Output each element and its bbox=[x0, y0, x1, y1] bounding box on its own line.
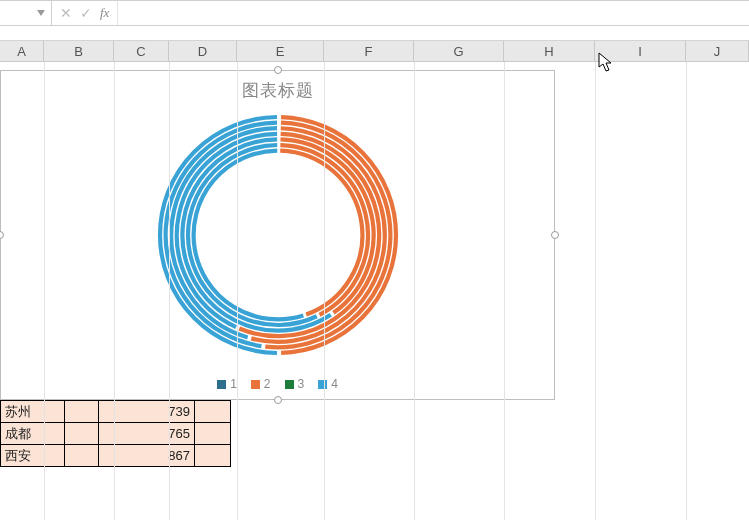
table-row[interactable]: 西安867 bbox=[1, 445, 231, 467]
gridline bbox=[44, 62, 45, 520]
resize-handle-n[interactable] bbox=[274, 66, 282, 74]
legend-item[interactable]: 4 bbox=[318, 377, 338, 391]
cell-value[interactable]: 765 bbox=[99, 423, 195, 445]
formula-bar: ✕ ✓ fx bbox=[0, 0, 749, 26]
cell-city[interactable]: 成都 bbox=[1, 423, 65, 445]
legend-swatch bbox=[251, 380, 260, 389]
cell-empty[interactable] bbox=[195, 445, 231, 467]
gridline bbox=[169, 62, 170, 520]
column-header-H[interactable]: H bbox=[504, 41, 595, 61]
gridline bbox=[595, 62, 596, 520]
legend-swatch bbox=[285, 380, 294, 389]
cell-empty[interactable] bbox=[195, 423, 231, 445]
chart-title[interactable]: 图表标题 bbox=[1, 71, 554, 102]
gridline bbox=[324, 62, 325, 520]
cell-value[interactable]: 739 bbox=[99, 401, 195, 423]
formula-input[interactable] bbox=[118, 1, 749, 25]
name-box[interactable] bbox=[0, 1, 52, 25]
cell-city[interactable]: 苏州 bbox=[1, 401, 65, 423]
gridline bbox=[504, 62, 505, 520]
column-header-D[interactable]: D bbox=[169, 41, 237, 61]
dropdown-icon[interactable] bbox=[35, 7, 47, 19]
legend-item[interactable]: 2 bbox=[251, 377, 271, 391]
data-table[interactable]: 苏州739成都765西安867 bbox=[0, 400, 231, 467]
cell-empty[interactable] bbox=[65, 401, 99, 423]
cell-empty[interactable] bbox=[65, 445, 99, 467]
cell-value[interactable]: 867 bbox=[99, 445, 195, 467]
legend-label: 3 bbox=[298, 377, 305, 391]
legend-swatch bbox=[318, 380, 327, 389]
cell-empty[interactable] bbox=[65, 423, 99, 445]
formula-bar-buttons: ✕ ✓ fx bbox=[52, 1, 118, 25]
cell-city[interactable]: 西安 bbox=[1, 445, 65, 467]
chart-plot-area[interactable] bbox=[1, 105, 554, 365]
cell-empty[interactable] bbox=[195, 401, 231, 423]
legend-label: 4 bbox=[331, 377, 338, 391]
legend-swatch bbox=[217, 380, 226, 389]
gridline bbox=[237, 62, 238, 520]
column-header-bar: ABCDEFGHIJ bbox=[0, 40, 749, 62]
column-header-F[interactable]: F bbox=[324, 41, 414, 61]
table-row[interactable]: 成都765 bbox=[1, 423, 231, 445]
fx-icon[interactable]: fx bbox=[100, 5, 109, 21]
column-header-J[interactable]: J bbox=[686, 41, 749, 61]
legend-item[interactable]: 3 bbox=[285, 377, 305, 391]
legend-label: 1 bbox=[230, 377, 237, 391]
column-header-B[interactable]: B bbox=[44, 41, 114, 61]
gridline bbox=[686, 62, 687, 520]
table-row[interactable]: 苏州739 bbox=[1, 401, 231, 423]
doughnut-chart[interactable] bbox=[148, 105, 408, 365]
column-header-G[interactable]: G bbox=[414, 41, 504, 61]
grid-area[interactable]: 图表标题 1234 苏州739成都765西安867 bbox=[0, 62, 749, 520]
cancel-icon[interactable]: ✕ bbox=[60, 5, 72, 21]
column-header-C[interactable]: C bbox=[114, 41, 169, 61]
chart-object[interactable]: 图表标题 1234 bbox=[0, 70, 555, 400]
gridline bbox=[114, 62, 115, 520]
column-header-A[interactable]: A bbox=[0, 41, 44, 61]
legend-label: 2 bbox=[264, 377, 271, 391]
legend-item[interactable]: 1 bbox=[217, 377, 237, 391]
column-header-E[interactable]: E bbox=[237, 41, 324, 61]
resize-handle-s[interactable] bbox=[274, 396, 282, 404]
accept-icon[interactable]: ✓ bbox=[80, 5, 92, 21]
column-header-I[interactable]: I bbox=[595, 41, 686, 61]
chart-legend[interactable]: 1234 bbox=[1, 377, 554, 391]
gridline bbox=[414, 62, 415, 520]
